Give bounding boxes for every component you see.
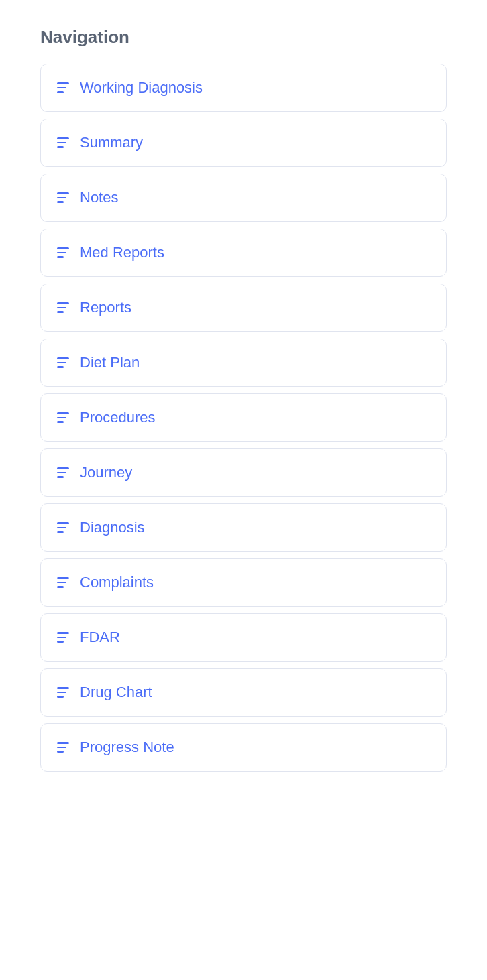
nav-icon-procedures: [57, 412, 69, 423]
nav-label-med-reports: Med Reports: [80, 244, 164, 261]
nav-item-procedures[interactable]: Procedures: [40, 393, 447, 442]
nav-icon-drug-chart: [57, 687, 69, 698]
nav-label-diet-plan: Diet Plan: [80, 354, 140, 371]
nav-item-working-diagnosis[interactable]: Working Diagnosis: [40, 64, 447, 112]
navigation-list: Working DiagnosisSummaryNotesMed Reports…: [40, 64, 447, 772]
nav-item-progress-note[interactable]: Progress Note: [40, 723, 447, 772]
nav-icon-journey: [57, 467, 69, 478]
navigation-title: Navigation: [40, 27, 447, 48]
nav-label-complaints: Complaints: [80, 574, 154, 591]
nav-icon-summary: [57, 137, 69, 148]
nav-icon-complaints: [57, 577, 69, 588]
nav-icon-med-reports: [57, 247, 69, 258]
nav-label-diagnosis: Diagnosis: [80, 519, 145, 536]
nav-label-reports: Reports: [80, 299, 131, 316]
nav-item-summary[interactable]: Summary: [40, 119, 447, 167]
nav-icon-reports: [57, 302, 69, 313]
nav-label-procedures: Procedures: [80, 409, 156, 426]
nav-item-diagnosis[interactable]: Diagnosis: [40, 503, 447, 552]
nav-label-fdar: FDAR: [80, 629, 120, 646]
nav-icon-notes: [57, 192, 69, 203]
nav-icon-working-diagnosis: [57, 82, 69, 93]
nav-item-notes[interactable]: Notes: [40, 174, 447, 222]
nav-item-drug-chart[interactable]: Drug Chart: [40, 668, 447, 717]
nav-label-drug-chart: Drug Chart: [80, 684, 152, 701]
nav-icon-diagnosis: [57, 522, 69, 533]
nav-icon-fdar: [57, 632, 69, 643]
nav-item-fdar[interactable]: FDAR: [40, 613, 447, 662]
nav-item-med-reports[interactable]: Med Reports: [40, 229, 447, 277]
nav-label-progress-note: Progress Note: [80, 739, 174, 756]
nav-item-journey[interactable]: Journey: [40, 448, 447, 497]
nav-item-complaints[interactable]: Complaints: [40, 558, 447, 607]
nav-item-reports[interactable]: Reports: [40, 284, 447, 332]
nav-label-journey: Journey: [80, 464, 132, 481]
nav-icon-diet-plan: [57, 357, 69, 368]
nav-item-diet-plan[interactable]: Diet Plan: [40, 339, 447, 387]
nav-label-notes: Notes: [80, 189, 118, 206]
nav-label-summary: Summary: [80, 134, 143, 151]
nav-icon-progress-note: [57, 742, 69, 753]
nav-label-working-diagnosis: Working Diagnosis: [80, 79, 203, 97]
